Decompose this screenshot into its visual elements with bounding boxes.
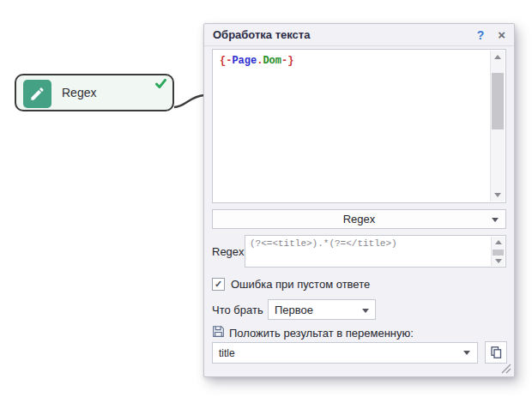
save-result-row: Положить результат в переменную: (212, 326, 414, 340)
error-on-empty-checkbox[interactable]: ✓ Ошибка при пустом ответе (212, 277, 370, 291)
dialog-header: Обработка текста ? × (204, 24, 514, 46)
checkbox-label: Ошибка при пустом ответе (231, 278, 370, 291)
regex-value: (?<=<title>).*(?=</title>) (250, 238, 488, 249)
variable-input[interactable] (213, 347, 463, 359)
resize-grip[interactable] (501, 364, 511, 374)
macro-object: Page (232, 55, 257, 67)
chevron-down-icon (463, 351, 470, 355)
take-label: Что брать (212, 299, 263, 320)
text-processing-dialog: Обработка текста ? × {-Page.Dom-} Regex … (203, 23, 515, 377)
source-text-area[interactable]: {-Page.Dom-} (212, 49, 506, 203)
scroll-up-icon[interactable] (492, 237, 505, 247)
workspace: Regex Обработка текста ? × {-Page.Dom-} … (0, 0, 532, 403)
take-dropdown[interactable]: Первое (268, 299, 376, 320)
scrollbar-thumb[interactable] (493, 250, 504, 256)
macro-text: {-Page.Dom-} (220, 55, 293, 67)
macro-method: Dom (263, 55, 281, 67)
chevron-down-icon (492, 218, 499, 222)
macro-open: {- (220, 55, 232, 67)
vertical-scrollbar[interactable] (490, 51, 505, 202)
regex-scrollbar[interactable] (491, 237, 505, 266)
variable-combobox[interactable] (212, 342, 478, 364)
scroll-down-icon[interactable] (491, 189, 505, 202)
mode-value: Regex (343, 213, 376, 226)
save-result-label: Положить результат в переменную: (229, 327, 414, 340)
copy-icon (489, 346, 503, 359)
scrollbar-thumb[interactable] (492, 73, 504, 129)
success-check-icon (155, 79, 166, 88)
regex-input[interactable]: (?<=<title>).*(?=</title>) (245, 235, 506, 268)
scroll-up-icon[interactable] (491, 51, 505, 63)
macro-close: -} (281, 55, 293, 67)
take-value: Первое (275, 304, 313, 316)
scroll-down-icon[interactable] (492, 256, 505, 266)
help-icon[interactable]: ? (477, 28, 485, 42)
chevron-down-icon (362, 309, 369, 313)
regex-node[interactable]: Regex (15, 74, 174, 111)
node-label: Regex (62, 75, 96, 110)
checkbox-checked-icon[interactable]: ✓ (212, 278, 225, 291)
pencil-icon (23, 80, 51, 108)
close-icon[interactable]: × (498, 28, 505, 41)
dialog-title: Обработка текста (213, 28, 477, 41)
save-icon (212, 325, 225, 341)
copy-button[interactable] (485, 341, 507, 364)
regex-label: Regex (212, 235, 245, 268)
mode-dropdown[interactable]: Regex (212, 209, 506, 229)
